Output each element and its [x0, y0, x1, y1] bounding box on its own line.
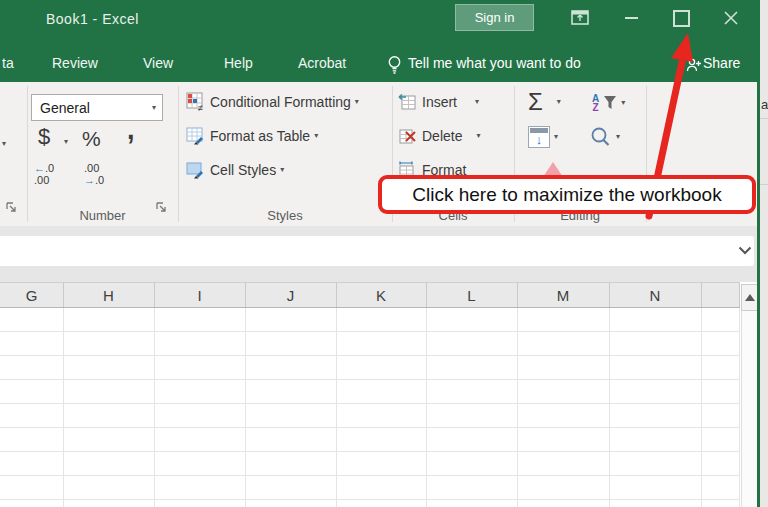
- cell-styles-button[interactable]: Cell Styles ▾: [186, 160, 284, 180]
- number-format-combobox[interactable]: General ▾: [31, 94, 163, 121]
- number-group-label: Number: [27, 208, 178, 223]
- annotation-callout: Click here to maximize the workbook: [378, 175, 756, 214]
- tab-view[interactable]: View: [143, 55, 173, 71]
- tell-me-box[interactable]: Tell me what you want to do: [408, 55, 581, 71]
- window-title: Book1 - Excel: [46, 11, 139, 27]
- insert-cells-icon: [398, 92, 418, 112]
- increase-decimal-button[interactable]: ←.0 .00: [34, 162, 54, 186]
- formula-bar-zone: [0, 226, 757, 282]
- background-divider: [760, 118, 768, 119]
- column-header-j[interactable]: J: [245, 283, 337, 307]
- chevron-down-icon: ▾: [616, 133, 620, 141]
- delete-cells-button[interactable]: Delete ▾: [398, 126, 480, 146]
- number-format-value: General: [40, 100, 152, 116]
- filter-funnel-icon: [603, 95, 617, 111]
- fill-button[interactable]: ↓ ▾: [528, 126, 558, 148]
- minimize-icon: [625, 17, 638, 19]
- conditional-formatting-icon: ≠: [186, 92, 206, 112]
- gridline: [739, 308, 740, 507]
- conditional-formatting-label: Conditional Formatting: [210, 94, 351, 110]
- dec-decimal-bottom: .0: [95, 174, 104, 186]
- accounting-format-caret[interactable]: ▾: [64, 138, 68, 146]
- chevron-down-icon: ▾: [475, 98, 479, 106]
- column-header-m[interactable]: M: [517, 283, 610, 307]
- title-bar: Book1 - Excel Sign in ta Review View Hel…: [0, 0, 760, 82]
- clipped-dropdown-caret[interactable]: ▾: [2, 140, 6, 148]
- gridline: [701, 308, 702, 507]
- column-header-g[interactable]: G: [0, 283, 64, 307]
- tab-data-partial[interactable]: ta: [2, 55, 14, 71]
- maximize-icon: [673, 10, 690, 27]
- delete-cells-icon: [398, 126, 418, 146]
- chevron-down-icon: ▾: [476, 132, 480, 140]
- ribbon-display-options-button[interactable]: [565, 6, 595, 30]
- chevron-down-icon: ▾: [621, 99, 625, 107]
- format-as-table-button[interactable]: Format as Table ▾: [186, 126, 318, 146]
- dec-decimal-top: .00: [84, 162, 99, 174]
- column-header-k[interactable]: K: [336, 283, 427, 307]
- conditional-formatting-button[interactable]: ≠ Conditional Formatting ▾: [186, 92, 359, 112]
- gridline: [609, 308, 610, 507]
- excel-window: Book1 - Excel Sign in ta Review View Hel…: [0, 0, 768, 507]
- dialog-launcher-icon[interactable]: [6, 202, 17, 213]
- column-header-l[interactable]: L: [426, 283, 518, 307]
- gridline: [426, 308, 427, 507]
- comma-style-button[interactable]: ,: [127, 115, 135, 146]
- sort-az-icon: A Z: [592, 94, 599, 112]
- insert-cells-button[interactable]: Insert ▾: [398, 92, 479, 112]
- styles-group-label: Styles: [178, 208, 392, 223]
- vertical-scrollbar[interactable]: [741, 282, 758, 507]
- sort-filter-button[interactable]: A Z ▾: [592, 94, 625, 112]
- gridline: [336, 308, 337, 507]
- sigma-icon: Σ: [528, 90, 543, 114]
- autosum-button[interactable]: Σ ▾: [528, 90, 561, 114]
- decrease-decimal-button[interactable]: .00 →.0: [84, 162, 104, 186]
- group-separator: [27, 86, 28, 222]
- tab-help[interactable]: Help: [224, 55, 253, 71]
- minimize-button[interactable]: [616, 6, 646, 30]
- percent-style-button[interactable]: %: [82, 127, 101, 151]
- triangle-up-icon: [745, 294, 755, 301]
- accounting-format-button[interactable]: $: [38, 124, 50, 150]
- background-window-sliver: a: [760, 0, 768, 507]
- background-divider: [760, 184, 768, 185]
- worksheet-grid[interactable]: [0, 308, 740, 507]
- chevron-down-icon: ▾: [314, 132, 318, 140]
- format-as-table-icon: [186, 126, 206, 146]
- close-button[interactable]: [716, 6, 746, 30]
- cell-styles-icon: [186, 160, 206, 180]
- group-separator: [178, 86, 179, 222]
- format-as-table-label: Format as Table: [210, 128, 310, 144]
- svg-text:≠: ≠: [198, 103, 203, 112]
- formula-bar-input[interactable]: [0, 236, 754, 266]
- share-button[interactable]: Share: [703, 55, 740, 71]
- expand-formula-bar-chevron-icon[interactable]: [738, 246, 752, 255]
- tab-acrobat[interactable]: Acrobat: [298, 55, 346, 71]
- chevron-down-icon: ▾: [557, 98, 561, 106]
- chevron-down-icon: ▾: [280, 166, 284, 174]
- column-header-h[interactable]: H: [63, 283, 155, 307]
- sign-in-button[interactable]: Sign in: [455, 4, 534, 31]
- column-header-n[interactable]: N: [609, 283, 702, 307]
- lightbulb-icon: [387, 55, 402, 75]
- close-icon: [724, 11, 738, 25]
- fill-down-icon: ↓: [528, 126, 550, 148]
- gridline: [517, 308, 518, 507]
- insert-label: Insert: [422, 94, 457, 110]
- find-select-button[interactable]: ▾: [590, 126, 620, 148]
- scrollbar-track[interactable]: [741, 311, 758, 507]
- scroll-up-button[interactable]: [741, 284, 758, 311]
- ribbon-display-options-icon: [571, 10, 589, 26]
- gridline: [154, 308, 155, 507]
- chevron-down-icon: ▾: [355, 98, 359, 106]
- tab-review[interactable]: Review: [52, 55, 98, 71]
- annotation-text: Click here to maximize the workbook: [412, 184, 721, 206]
- left-arrow-glyph: ←: [34, 162, 45, 174]
- right-arrow-glyph: →: [84, 174, 95, 186]
- magnifier-icon: [590, 126, 612, 148]
- chevron-down-icon: ▾: [554, 133, 558, 141]
- column-header-i[interactable]: I: [154, 283, 246, 307]
- column-header-partial[interactable]: [701, 283, 740, 307]
- maximize-button[interactable]: [666, 6, 696, 30]
- gridline: [63, 308, 64, 507]
